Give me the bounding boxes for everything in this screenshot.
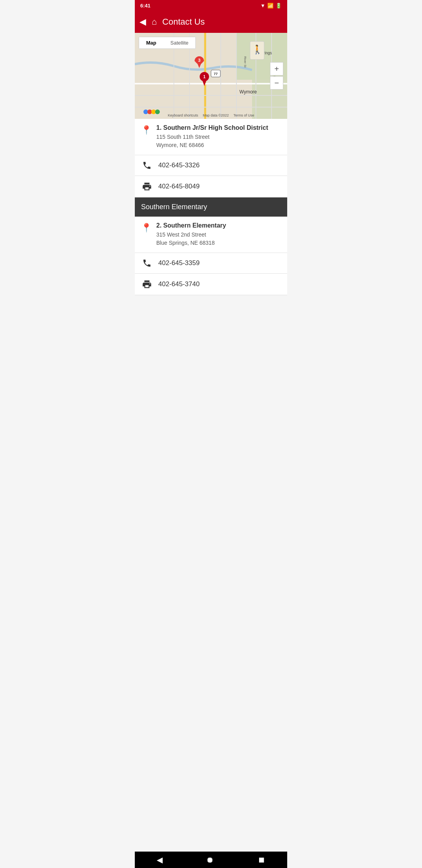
location-address-1: 115 South 11th Street Wymore, NE 68466 — [156, 133, 268, 149]
location-info-1: 1. Southern Jr/Sr High School District 1… — [156, 124, 268, 149]
signal-icon: 📶 — [267, 3, 274, 9]
svg-text:River St: River St — [243, 56, 247, 68]
svg-text:3: 3 — [198, 58, 200, 63]
address-line1-2: 315 West 2nd Street — [156, 231, 206, 238]
svg-text:rings: rings — [263, 51, 272, 55]
svg-text:77: 77 — [214, 72, 218, 76]
page-title: Contact Us — [162, 17, 283, 27]
back-button[interactable]: ◀ — [139, 18, 146, 26]
status-bar: 6:41 ▼ 📶 🔋 — [135, 0, 287, 11]
map-tab[interactable]: Map — [139, 37, 163, 48]
terms-of-use[interactable]: Terms of Use — [234, 113, 254, 117]
location-item-2[interactable]: 📍 2. Southern Elementary 315 West 2nd St… — [135, 217, 287, 253]
section-header-label: Southern Elementary — [141, 203, 207, 211]
fax-icon-1 — [141, 181, 153, 192]
fax-number-1: 402-645-8049 — [158, 183, 200, 190]
location-item-1[interactable]: 📍 1. Southern Jr/Sr High School District… — [135, 119, 287, 155]
wifi-icon: ▼ — [260, 3, 265, 9]
keyboard-shortcuts[interactable]: Keyboard shortcuts — [168, 113, 198, 117]
battery-icon: 🔋 — [275, 3, 282, 9]
address-line2-1: Wymore, NE 68466 — [156, 142, 204, 148]
svg-text:🚶: 🚶 — [252, 44, 263, 55]
map-toggle[interactable]: Map Satellite — [139, 37, 196, 49]
fax-number-2: 402-645-3740 — [158, 280, 200, 288]
zoom-in-button[interactable]: + — [270, 62, 283, 75]
fax-row-1[interactable]: 402-645-8049 — [135, 176, 287, 197]
fax-row-2[interactable]: 402-645-3740 — [135, 274, 287, 295]
map-data: Map data ©2022 — [203, 113, 229, 117]
svg-text:Wymore: Wymore — [240, 89, 257, 95]
location-name-1: 1. Southern Jr/Sr High School District — [156, 124, 268, 131]
section-header-elementary: Southern Elementary — [135, 197, 287, 217]
content-list: 📍 1. Southern Jr/Sr High School District… — [135, 119, 287, 295]
app-bar: ◀ ⌂ Contact Us — [135, 11, 287, 33]
map-attribution: Keyboard shortcuts Map data ©2022 Terms … — [135, 113, 287, 117]
phone-number-2: 402-645-3359 — [158, 259, 200, 267]
address-line2-2: Blue Springs, NE 68318 — [156, 240, 215, 246]
address-line1-1: 115 South 11th Street — [156, 134, 209, 140]
map-container[interactable]: 77 Wymore rings N 1st St River St 3 1 🚶 — [135, 33, 287, 119]
location-pin-1: 📍 — [141, 125, 152, 135]
location-address-2: 315 West 2nd Street Blue Springs, NE 683… — [156, 231, 226, 247]
satellite-tab[interactable]: Satellite — [163, 37, 195, 48]
location-info-2: 2. Southern Elementary 315 West 2nd Stre… — [156, 222, 226, 247]
home-button[interactable]: ⌂ — [152, 18, 157, 26]
location-pin-2: 📍 — [141, 223, 152, 233]
fax-icon-2 — [141, 279, 153, 289]
phone-row-2[interactable]: 402-645-3359 — [135, 253, 287, 274]
map-controls: + − — [270, 62, 283, 90]
zoom-out-button[interactable]: − — [270, 76, 283, 90]
status-icons: ▼ 📶 🔋 — [260, 3, 282, 9]
svg-text:1: 1 — [203, 74, 206, 79]
phone-row-1[interactable]: 402-645-3326 — [135, 155, 287, 176]
phone-icon-2 — [141, 258, 153, 268]
location-name-2: 2. Southern Elementary — [156, 222, 226, 229]
status-time: 6:41 — [140, 3, 150, 9]
phone-icon-1 — [141, 161, 153, 170]
phone-number-1: 402-645-3326 — [158, 161, 200, 169]
